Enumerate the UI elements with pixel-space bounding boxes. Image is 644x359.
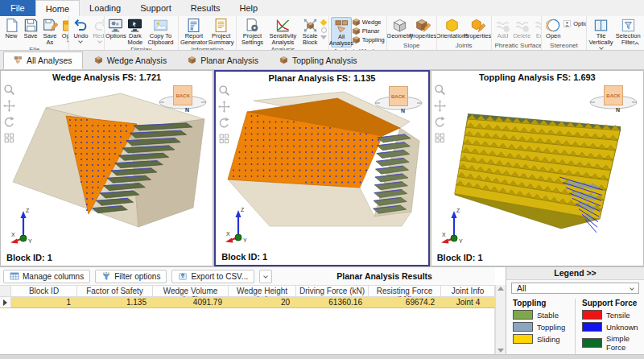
column-header[interactable]: Factor of Safety <box>77 285 153 297</box>
joint-properties-button[interactable]: Properties <box>466 17 489 39</box>
filter-options-button[interactable]: Filter options <box>95 270 167 283</box>
project-settings-button[interactable]: Project Settings <box>238 17 266 46</box>
export-csv-button[interactable]: Export to CSV... <box>171 270 254 283</box>
dark-mode-button[interactable]: Dark Mode <box>126 17 145 46</box>
redo-button[interactable]: Redo <box>90 17 104 43</box>
svg-text:X: X <box>11 232 15 237</box>
zoom-icon[interactable] <box>218 85 230 97</box>
joint-orientations-button[interactable]: Orientations <box>439 17 466 39</box>
sensitivity-analysis-button[interactable]: Sensitivity Analysis <box>266 17 299 46</box>
rotate-icon[interactable] <box>3 116 15 128</box>
slope-geometry-button[interactable]: Geometry <box>389 17 411 39</box>
phreatic-add-button[interactable]: Add <box>493 17 513 39</box>
scale-block-button[interactable]: Scale Block <box>299 17 320 46</box>
column-header[interactable]: Wedge Volume (m3) <box>153 285 229 297</box>
column-header[interactable]: Driving Force (kN) <box>296 285 369 297</box>
view-presets-icon[interactable] <box>434 132 446 144</box>
stereonet-options-button[interactable]: Options <box>563 17 586 28</box>
table-scrollbar[interactable] <box>495 285 506 354</box>
selection-filter-icon <box>621 18 636 33</box>
orientation-cube[interactable]: N BACK <box>374 85 423 115</box>
zoom-icon[interactable] <box>434 84 446 96</box>
ribbon-group-label: Window <box>588 49 642 50</box>
phreatic-delete-button[interactable]: Delete <box>513 17 532 39</box>
options-button[interactable]: Options <box>106 17 126 39</box>
results-table-zone: Manage columns Filter options Export to … <box>0 267 495 354</box>
ribbon-group-information: Report Generator Project Summary Informa… <box>179 16 237 50</box>
results-toolbar: Manage columns Filter options Export to … <box>0 267 495 285</box>
view-presets-icon[interactable] <box>218 133 230 145</box>
all-analyses-button[interactable]: All Analyses <box>331 17 352 47</box>
legend-content: Toppling Stable Toppling Sliding Support… <box>506 296 644 354</box>
orientation-cube[interactable]: N BACK <box>588 84 638 114</box>
report-generator-button[interactable]: Report Generator <box>180 17 208 46</box>
column-header[interactable]: Block ID <box>11 285 77 297</box>
axis-triad: Z X Y <box>225 205 262 247</box>
cell-wedge-volume: 4091.79 <box>153 297 229 308</box>
column-header[interactable]: Resisting Force (kN) <box>369 285 441 297</box>
slope-properties-button[interactable]: Properties <box>411 17 435 39</box>
tab-planar-analysis[interactable]: Planar Analysis <box>178 52 268 69</box>
manage-columns-button[interactable]: Manage columns <box>3 270 90 283</box>
filter-tool-icon[interactable] <box>320 35 327 39</box>
cell-factor-of-safety: 1.135 <box>77 297 153 308</box>
selection-filter-button[interactable]: Selection Filter <box>613 17 642 46</box>
file-menu-button[interactable]: File <box>0 0 35 16</box>
menu-tab-support[interactable]: Support <box>130 0 181 16</box>
export-dropdown-button[interactable] <box>259 270 272 283</box>
save-as-button[interactable]: Save As <box>40 17 60 46</box>
project-summary-button[interactable]: Project Summary <box>208 17 234 46</box>
copy-to-clipboard-button[interactable]: Copy To Clipboard <box>145 17 176 46</box>
tile-vertically-button[interactable]: Tile Vertically <box>588 17 614 49</box>
cell-driving-force: 61360.16 <box>296 297 369 308</box>
rotate-icon[interactable] <box>434 116 446 128</box>
scroll-down-icon[interactable] <box>497 349 504 353</box>
tab-toppling-analysis[interactable]: Toppling Analysis <box>270 52 367 69</box>
view-presets-icon[interactable] <box>3 132 15 144</box>
toppling-window-button[interactable]: Toppling <box>352 35 385 44</box>
menu-tab-home[interactable]: Home <box>35 0 80 16</box>
tab-all-analyses[interactable]: All Analyses <box>3 52 83 69</box>
wedge-window-button[interactable]: Wedge <box>352 18 385 27</box>
legend-item: Toppling <box>513 322 575 332</box>
gray-cube-icon <box>392 18 407 33</box>
column-header[interactable]: Joint Info <box>441 285 495 297</box>
menu-tab-help[interactable]: Help <box>229 0 267 16</box>
highlight-tool-icon[interactable] <box>320 19 327 26</box>
svg-text:X: X <box>226 231 230 237</box>
legend-header[interactable]: Legend >> <box>506 267 644 280</box>
rotate-icon[interactable] <box>218 117 230 129</box>
scroll-up-icon[interactable] <box>497 287 504 291</box>
pan-icon[interactable] <box>434 100 446 112</box>
legend-filter-value: All <box>517 283 526 293</box>
cube-icon <box>94 56 103 64</box>
menu-tab-loading[interactable]: Loading <box>80 0 130 16</box>
table-row[interactable]: 1 1.135 4091.79 20 61360.16 69674.2 Join… <box>0 297 495 308</box>
stereonet-open-button[interactable]: Open <box>543 17 563 39</box>
tab-wedge-analysis[interactable]: Wedge Analysis <box>85 52 177 69</box>
undo-button[interactable]: Undo <box>71 17 90 43</box>
viewport-wedge[interactable]: Wedge Analysis FS: 1.721 N BACK Z <box>0 70 213 266</box>
viewport-area: Wedge Analysis FS: 1.721 N BACK Z <box>0 70 644 266</box>
viewport-toppling[interactable]: Toppling Analysis FS: 1.693 N BACK Z <box>431 70 644 266</box>
legend-filter-dropdown[interactable]: All <box>511 283 639 294</box>
pan-icon[interactable] <box>218 101 230 113</box>
ribbon-group-label: Analysis Window <box>331 47 385 50</box>
export-icon <box>178 271 188 281</box>
planar-window-button[interactable]: Planar <box>352 27 385 35</box>
open-button[interactable]: Open <box>60 17 69 43</box>
save-button[interactable]: Save <box>21 17 40 39</box>
viewport-planar[interactable]: Planar Analysis FS: 1.135 N BACK Z <box>214 70 429 266</box>
hexagon-icon <box>444 18 460 33</box>
ribbon-group-edit: Undo Redo <box>69 16 104 50</box>
refresh-tool-icon[interactable] <box>321 27 327 33</box>
zoom-icon[interactable] <box>3 84 15 96</box>
pan-icon[interactable] <box>3 100 15 112</box>
column-header[interactable]: Wedge Height (m) <box>229 285 296 297</box>
phreatic-edit-button[interactable]: Edit <box>532 17 543 39</box>
orientation-cube[interactable]: N BACK <box>158 84 208 114</box>
new-button[interactable]: New <box>2 17 21 39</box>
menu-tab-results[interactable]: Results <box>181 0 230 16</box>
legend-item: Simple Force <box>582 334 644 352</box>
status-bar <box>0 354 644 359</box>
